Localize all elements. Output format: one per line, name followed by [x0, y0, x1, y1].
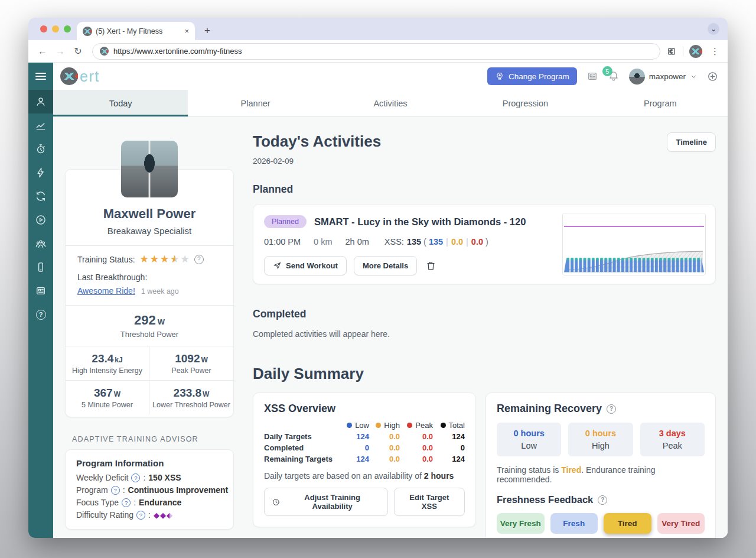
sidebar-item-news[interactable]	[28, 279, 53, 303]
xss-overview-card: XSS Overview Low High Peak Total Daily T…	[253, 392, 476, 527]
sidebar-item-power[interactable]	[28, 161, 53, 184]
difficulty-help-icon[interactable]: ?	[136, 511, 145, 520]
sidebar-item-groups[interactable]	[28, 232, 53, 255]
program-help-icon[interactable]: ?	[111, 486, 120, 495]
minimize-window-button[interactable]	[52, 25, 59, 33]
stat-value: 23.4	[92, 352, 113, 365]
cell-value: 0.0	[369, 455, 400, 463]
breakthrough-link[interactable]: Awesome Ride!	[77, 286, 135, 296]
tab-today[interactable]: Today	[53, 90, 188, 116]
timeline-button[interactable]: Timeline	[667, 132, 716, 152]
stat-cell: 233.8W Lower Threshold Power	[149, 381, 233, 414]
hamburger-menu-icon[interactable]	[28, 63, 53, 90]
diamond-icon: ◆	[160, 511, 166, 519]
focus-type-help-icon[interactable]: ?	[122, 498, 131, 507]
chevron-down-icon	[690, 73, 698, 80]
sidebar-item-help[interactable]: ?	[28, 303, 53, 326]
sidebar-item-progression[interactable]	[28, 113, 53, 137]
more-details-button[interactable]: More Details	[354, 256, 417, 275]
back-button[interactable]: ←	[34, 43, 51, 60]
browser-tab-strip: (5) Xert - My Fitness × + ⌄	[28, 18, 728, 40]
stat-value: 367	[94, 387, 113, 399]
difficulty-diamonds: ◆ ◆ ◆◆	[154, 511, 172, 519]
zoom-window-button[interactable]	[64, 25, 71, 33]
sidebar-item-profile[interactable]	[28, 90, 53, 113]
username: maxpower	[649, 72, 686, 81]
toolbar-divider	[683, 47, 683, 56]
focus-type-value: Endurance	[139, 498, 181, 507]
adjust-training-availability-button[interactable]: Adjust Training Availability	[264, 488, 388, 516]
new-tab-button[interactable]: +	[200, 23, 215, 38]
cell-value: 0.0	[400, 443, 433, 452]
availability-note: Daily targets are based on an availabili…	[264, 471, 465, 481]
tab-search-button[interactable]: ⌄	[708, 23, 719, 35]
row-label: Daily Targets	[264, 432, 337, 441]
legend-high: High	[384, 421, 400, 430]
xss-high: 0.0	[451, 237, 463, 246]
edit-target-xss-button[interactable]: Edit Target XSS	[394, 488, 465, 516]
add-button[interactable]	[707, 71, 718, 82]
stat-unit: W	[114, 390, 120, 398]
lightning-bolt-icon	[35, 167, 47, 179]
tab-activities[interactable]: Activities	[323, 90, 458, 116]
freshness-help-icon[interactable]: ?	[598, 495, 607, 505]
extensions-icon[interactable]	[666, 46, 677, 57]
user-avatar	[629, 69, 645, 85]
stat-cell: 367W 5 Minute Power	[66, 381, 149, 414]
very-fresh-button[interactable]: Very Fresh	[497, 513, 545, 534]
recovery-value: 3 days	[644, 429, 701, 438]
tab-program[interactable]: Program	[593, 90, 728, 116]
power-stats-grid: 23.4kJ High Intensity Energy 1092W Peak …	[66, 346, 233, 414]
remaining-recovery-title: Remaining Recovery	[497, 403, 602, 415]
reload-button[interactable]: ↻	[70, 43, 86, 60]
fresh-button[interactable]: Fresh	[550, 513, 598, 534]
breakthrough-time-ago: 1 week ago	[141, 287, 179, 296]
stat-cell: 1092W Peak Power	[149, 346, 233, 381]
training-status-help-icon[interactable]: ?	[194, 255, 204, 264]
stat-unit: W	[201, 356, 207, 364]
browser-tab[interactable]: (5) Xert - My Fitness ×	[77, 22, 195, 40]
threshold-power-block: 292W Threshold Power	[66, 306, 233, 346]
news-feed-icon[interactable]	[586, 70, 598, 82]
recovery-help-icon[interactable]: ?	[607, 404, 616, 414]
sidebar-item-sync[interactable]	[28, 184, 53, 208]
close-window-button[interactable]	[40, 25, 47, 33]
tab-planner[interactable]: Planner	[188, 90, 322, 116]
workout-distance: 0 km	[314, 237, 332, 246]
completed-heading: Completed	[253, 308, 716, 320]
sidebar-item-timer[interactable]	[28, 137, 53, 161]
high-dot-icon	[376, 423, 381, 428]
close-tab-icon[interactable]: ×	[183, 27, 190, 35]
delete-workout-button[interactable]	[424, 259, 438, 272]
notifications-button[interactable]: 5	[608, 70, 620, 82]
athlete-type: Breakaway Specialist	[66, 226, 233, 236]
xert-logo[interactable]: ert	[60, 67, 100, 85]
cell-value: 124	[337, 455, 369, 463]
tired-button[interactable]: Tired	[604, 513, 651, 534]
change-program-button[interactable]: Change Program	[487, 67, 577, 85]
sidebar-item-player[interactable]	[28, 208, 53, 232]
colon: :	[143, 473, 145, 482]
forward-button[interactable]: →	[52, 43, 69, 60]
tab-progression[interactable]: Progression	[458, 90, 592, 116]
url-text: https://www.xertonline.com/my-fitness	[113, 47, 242, 56]
stat-label: High Intensity Energy	[68, 366, 146, 375]
send-workout-button[interactable]: Send Workout	[264, 256, 347, 275]
diamond-icon: ◆	[154, 511, 159, 519]
user-menu[interactable]: maxpower	[629, 69, 698, 85]
workout-preview-chart[interactable]	[562, 213, 706, 275]
availability-hours: 2 hours	[424, 471, 454, 481]
profile-column: Maxwell Power Breakaway Specialist Train…	[65, 132, 234, 538]
app-header: ert Change Program 5	[53, 63, 728, 90]
sidebar-item-mobile[interactable]	[28, 255, 53, 279]
crystal-ball-icon	[495, 72, 504, 81]
weekly-deficit-help-icon[interactable]: ?	[131, 473, 140, 482]
low-dot-icon	[347, 423, 352, 428]
browser-menu-icon[interactable]: ⋮	[708, 46, 722, 57]
page-title: Today's Activities	[253, 132, 381, 151]
program-information-card: Program Information Weekly Deficit ? : 1…	[65, 449, 234, 530]
star-icon: ★	[150, 254, 159, 264]
very-tired-button[interactable]: Very Tired	[657, 513, 705, 534]
address-bar[interactable]: https://www.xertonline.com/my-fitness	[92, 43, 660, 60]
browser-profile-avatar[interactable]	[689, 45, 702, 58]
